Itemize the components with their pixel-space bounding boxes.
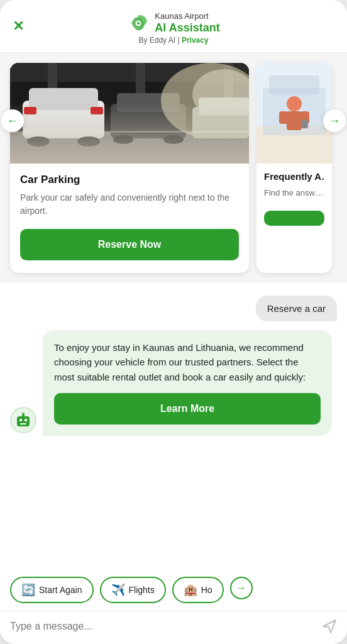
carousel-track: Car Parking Park your car safely and con… (10, 63, 347, 273)
faq-svg (256, 63, 332, 164)
arrow-icon: → (236, 582, 246, 594)
card-body-parking: Car Parking Park your car safely and con… (10, 164, 249, 273)
close-button[interactable]: ✕ (13, 19, 24, 33)
car-parking-card: Car Parking Park your car safely and con… (10, 63, 249, 273)
card-title-faq: Frequently A… (264, 171, 324, 182)
input-area (0, 611, 347, 644)
car-parking-svg (10, 63, 249, 164)
faq-button[interactable] (264, 211, 324, 226)
svg-point-16 (163, 135, 184, 144)
svg-rect-32 (19, 419, 22, 421)
send-icon (322, 619, 337, 634)
svg-rect-13 (111, 104, 186, 138)
svg-rect-34 (20, 423, 26, 425)
learn-more-button[interactable]: Learn More (54, 393, 321, 425)
svg-rect-21 (10, 131, 249, 133)
message-input[interactable] (10, 621, 316, 632)
svg-rect-11 (24, 107, 36, 114)
header-logo: Kaunas Airport AI Assistant By Eddy AI |… (127, 11, 219, 45)
svg-rect-8 (29, 88, 98, 110)
user-bubble: Reserve a car (256, 296, 337, 321)
svg-rect-19 (192, 107, 249, 138)
card-body-faq: Frequently A… Find the answ… (256, 164, 332, 233)
app-container: ✕ Kaunas Airport AI Assistant By Eddy AI… (0, 0, 347, 644)
card-desc-parking: Park your car safely and conveniently ri… (20, 191, 239, 218)
carousel-area: ← (0, 53, 347, 283)
hotels-label: Ho (201, 585, 212, 595)
hotels-button[interactable]: 🏨 Ho (172, 577, 224, 603)
airport-name: Kaunas Airport (155, 11, 219, 21)
flights-icon: ✈️ (111, 583, 125, 597)
start-again-button[interactable]: 🔄 Start Again (10, 577, 94, 603)
svg-rect-27 (287, 111, 302, 130)
start-again-icon: 🔄 (21, 583, 35, 597)
svg-rect-33 (25, 419, 27, 421)
svg-point-10 (77, 136, 100, 147)
send-button[interactable] (322, 619, 337, 634)
svg-rect-12 (91, 107, 103, 114)
hotels-icon: 🏨 (184, 583, 197, 597)
header-sub: By Eddy AI | Privacy (138, 36, 208, 45)
carousel-prev-button[interactable]: ← (1, 109, 24, 132)
faq-card-partial: Frequently A… Find the answ… (256, 63, 332, 273)
svg-rect-6 (10, 132, 249, 164)
user-message: Reserve a car (10, 296, 337, 321)
flights-button[interactable]: ✈️ Flights (100, 577, 166, 603)
svg-rect-7 (23, 101, 104, 138)
chat-area: Reserve a car To enjoy your stay in Kaun… (0, 283, 347, 572)
svg-point-9 (27, 136, 50, 147)
svg-point-36 (22, 413, 25, 415)
logo-icon (127, 12, 150, 35)
card-title-parking: Car Parking (20, 174, 239, 186)
svg-rect-25 (269, 75, 319, 94)
quick-actions-more-button[interactable]: → (230, 577, 253, 599)
faq-card-image (256, 63, 332, 164)
svg-rect-28 (279, 111, 288, 124)
bot-bubble: To enjoy your stay in Kaunas and Lithuan… (43, 330, 332, 436)
start-again-label: Start Again (39, 585, 82, 595)
ai-label: AI Assistant (155, 21, 219, 35)
bot-text: To enjoy your stay in Kaunas and Lithuan… (54, 342, 306, 382)
bot-face-icon (14, 411, 32, 429)
svg-rect-30 (302, 119, 308, 128)
car-parking-image (10, 63, 249, 164)
privacy-link[interactable]: Privacy (182, 36, 209, 45)
flights-label: Flights (129, 585, 155, 595)
carousel-next-button[interactable]: → (323, 109, 346, 132)
card-desc-faq: Find the answ… (264, 187, 324, 199)
svg-rect-20 (199, 97, 249, 115)
svg-rect-31 (17, 416, 30, 426)
bot-message: To enjoy your stay in Kaunas and Lithuan… (10, 330, 337, 436)
reserve-now-button[interactable]: Reserve Now (20, 229, 239, 260)
svg-point-15 (113, 135, 133, 144)
svg-point-26 (287, 96, 302, 111)
quick-actions-bar: 🔄 Start Again ✈️ Flights 🏨 Ho → (0, 572, 347, 611)
bot-avatar (10, 407, 36, 433)
header: ✕ Kaunas Airport AI Assistant By Eddy AI… (0, 0, 347, 53)
